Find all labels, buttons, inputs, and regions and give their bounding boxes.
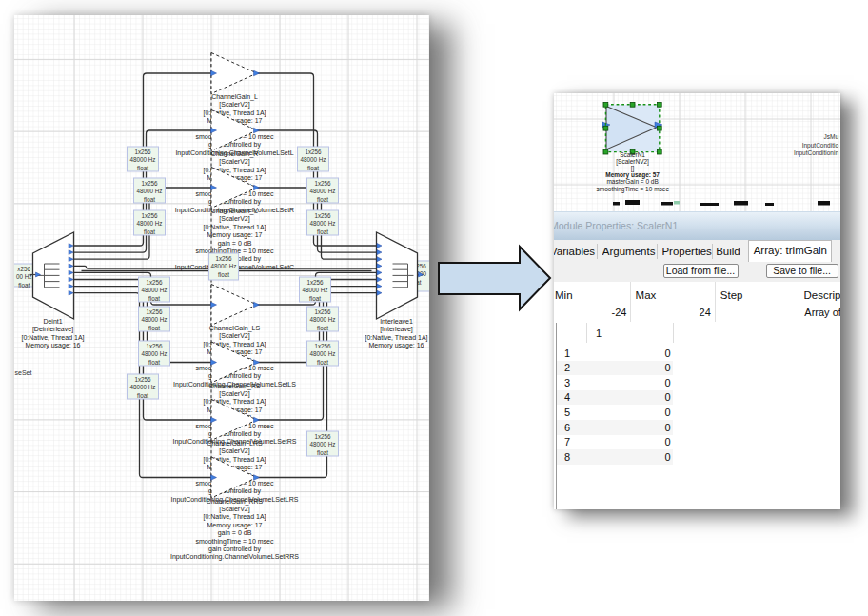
svg-text:[ScalerV2]: [ScalerV2] bbox=[219, 215, 249, 223]
svg-text:Memory usage: 16: Memory usage: 16 bbox=[368, 342, 424, 349]
svg-text:float: float bbox=[148, 359, 160, 366]
svg-text:ChannelGain_R: ChannelGain_R bbox=[210, 150, 258, 158]
svg-text:float: float bbox=[148, 325, 160, 331]
svg-text:float: float bbox=[309, 295, 321, 302]
svg-text:1x256: 1x256 bbox=[146, 343, 163, 349]
svg-text:seSet: seSet bbox=[14, 369, 31, 376]
svg-text:1x256: 1x256 bbox=[134, 149, 151, 155]
svg-text:1x256: 1x256 bbox=[215, 255, 232, 262]
svg-text:1x256: 1x256 bbox=[314, 308, 331, 315]
svg-text:float: float bbox=[144, 196, 155, 203]
svg-text:48000 Hz: 48000 Hz bbox=[309, 188, 335, 194]
svg-text:48000 Hz: 48000 Hz bbox=[309, 316, 335, 323]
svg-text:float: float bbox=[317, 229, 328, 235]
svg-text:[0:Native, Thread 1A]: [0:Native, Thread 1A] bbox=[365, 334, 427, 342]
svg-text:48000 Hz: 48000 Hz bbox=[309, 220, 335, 227]
svg-text:float: float bbox=[148, 295, 160, 302]
svg-text:ChannelGain_LS: ChannelGain_LS bbox=[208, 325, 260, 332]
svg-text:float: float bbox=[317, 196, 328, 203]
svg-text:ChannelGain_LRS: ChannelGain_LRS bbox=[207, 440, 263, 447]
svg-text:float: float bbox=[144, 229, 155, 235]
svg-text:1x256: 1x256 bbox=[134, 376, 151, 383]
svg-text:[ScalerV2]: [ScalerV2] bbox=[219, 158, 249, 166]
svg-text:[ScalerV2]: [ScalerV2] bbox=[219, 332, 249, 340]
svg-text:ScalerN1: ScalerN1 bbox=[620, 151, 645, 158]
svg-text:1x256: 1x256 bbox=[314, 433, 331, 440]
svg-text:float: float bbox=[307, 165, 319, 171]
svg-text:[0:Native, Thread 1A]: [0:Native, Thread 1A] bbox=[203, 513, 266, 521]
svg-text:masterGain = 0 dB: masterGain = 0 dB bbox=[606, 178, 658, 185]
svg-text:48000 Hz: 48000 Hz bbox=[302, 287, 327, 293]
svg-text:1x256: 1x256 bbox=[141, 212, 158, 219]
svg-text:[Interleave]: [Interleave] bbox=[380, 326, 413, 333]
svg-text:Memory usage: 16: Memory usage: 16 bbox=[25, 342, 80, 349]
svg-text:[ScalerV2]: [ScalerV2] bbox=[219, 447, 249, 455]
svg-text:48000 Hz: 48000 Hz bbox=[129, 384, 155, 390]
svg-text:48000 Hz: 48000 Hz bbox=[141, 287, 167, 293]
svg-text:Memory usage: 17: Memory usage: 17 bbox=[207, 231, 262, 239]
svg-text:gain controlled by: gain controlled by bbox=[208, 546, 261, 553]
svg-text:48000 Hz: 48000 Hz bbox=[309, 350, 335, 357]
svg-text:[ScalerV2]: [ScalerV2] bbox=[219, 390, 249, 398]
svg-text:[0:Native, Thread 1A]: [0:Native, Thread 1A] bbox=[21, 334, 84, 342]
svg-text:Interleave1: Interleave1 bbox=[380, 318, 413, 325]
svg-text:48000 Hz: 48000 Hz bbox=[136, 220, 162, 227]
svg-text:gain = 0 dB: gain = 0 dB bbox=[217, 529, 251, 537]
svg-text:[Deinterleave]: [Deinterleave] bbox=[31, 326, 72, 333]
svg-text:gain = 0 dB: gain = 0 dB bbox=[217, 240, 251, 248]
svg-text:x256: x256 bbox=[17, 266, 30, 272]
svg-text:48000 Hz: 48000 Hz bbox=[136, 188, 162, 194]
svg-text:float: float bbox=[137, 165, 148, 171]
svg-text:1x256: 1x256 bbox=[314, 180, 331, 187]
svg-text:48000 Hz: 48000 Hz bbox=[129, 156, 155, 163]
svg-text:48000 Hz: 48000 Hz bbox=[300, 156, 326, 163]
svg-text:Deint1: Deint1 bbox=[43, 318, 62, 325]
svg-text:48000 Hz: 48000 Hz bbox=[141, 316, 167, 323]
svg-text:1x256: 1x256 bbox=[141, 180, 158, 187]
svg-text:float: float bbox=[18, 282, 30, 288]
svg-text:smoothingTime = 10 msec: smoothingTime = 10 msec bbox=[597, 186, 670, 193]
svg-text:48000 Hz: 48000 Hz bbox=[141, 350, 167, 357]
svg-text:ChannelGain_L: ChannelGain_L bbox=[211, 93, 258, 101]
svg-text:ChannelGain_RRS: ChannelGain_RRS bbox=[206, 498, 263, 506]
svg-text:[0:Native, Thread 1A]: [0:Native, Thread 1A] bbox=[203, 224, 266, 231]
svg-text:ChannelGain_C: ChannelGain_C bbox=[210, 208, 258, 215]
svg-text:float: float bbox=[317, 449, 328, 456]
svg-text:InputConditioning.ChannelVolum: InputConditioning.ChannelVolumeLSetRRS bbox=[169, 553, 298, 561]
svg-text:1x256: 1x256 bbox=[146, 308, 163, 315]
svg-text:float: float bbox=[137, 392, 148, 399]
svg-text:1x256: 1x256 bbox=[314, 212, 331, 219]
svg-text:float: float bbox=[317, 359, 328, 366]
svg-text:48000 Hz: 48000 Hz bbox=[210, 263, 236, 269]
svg-text:float: float bbox=[317, 325, 328, 331]
svg-text:48000 Hz: 48000 Hz bbox=[309, 441, 335, 447]
svg-text:1x256: 1x256 bbox=[146, 279, 163, 286]
svg-text:InputConditio: InputConditio bbox=[802, 142, 839, 149]
svg-text:[ScalerV2]: [ScalerV2] bbox=[219, 506, 249, 513]
svg-text:InputConditionin: InputConditionin bbox=[794, 149, 838, 157]
svg-text:1x256: 1x256 bbox=[314, 343, 331, 349]
svg-text:[ScalerV2]: [ScalerV2] bbox=[219, 101, 249, 109]
svg-text:Memory usage: 17: Memory usage: 17 bbox=[207, 522, 262, 529]
svg-text:1x256: 1x256 bbox=[305, 149, 322, 155]
svg-text:float: float bbox=[218, 271, 229, 278]
svg-text:1x256: 1x256 bbox=[306, 279, 324, 286]
svg-text:ChannelGain_RS: ChannelGain_RS bbox=[208, 383, 261, 390]
svg-text:smoothingTime = 10 msec: smoothingTime = 10 msec bbox=[195, 538, 274, 546]
svg-text:JsMu: JsMu bbox=[823, 133, 838, 140]
